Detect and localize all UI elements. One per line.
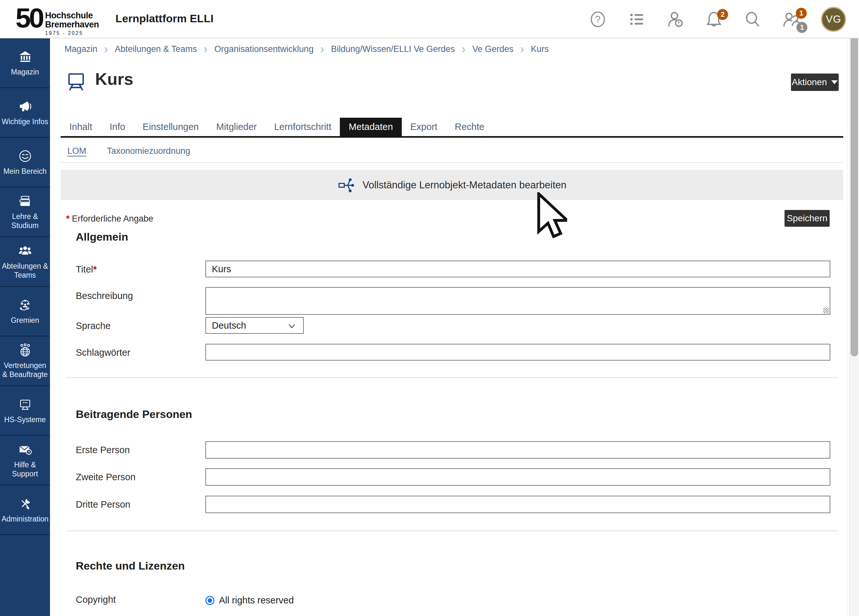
save-button[interactable]: Speichern [784,210,830,227]
list-menu-icon[interactable] [628,10,645,28]
user-status-icon[interactable] [666,10,684,28]
avatar[interactable]: VG [821,7,846,32]
breadcrumb-separator: › [204,42,207,56]
sidebar-item-label: Administration [2,514,49,524]
tab-metadaten[interactable]: Metadaten [340,118,401,136]
monitor-icon [18,397,33,412]
megaphone-icon [18,99,33,114]
sidebar-item-vertretungen[interactable]: Vertretungen & Beauftragte [0,336,50,386]
scrollbar-track[interactable] [849,0,859,616]
tab-info[interactable]: Info [101,118,134,136]
titel-label-text: Titel [76,264,93,274]
sidebar-item-wichtige-infos[interactable]: Wichtige Infos [0,88,50,138]
sidebar-item-label: Mein Bereich [3,167,47,176]
breadcrumb-item[interactable]: Magazin [64,44,97,54]
books-icon [18,194,33,209]
erste-person-label: Erste Person [76,445,130,455]
dritte-person-input[interactable] [205,496,830,513]
logo-50: 50 [16,4,42,31]
copyright-radio[interactable] [205,596,214,605]
section-heading-beitragende: Beitragende Personen [76,408,192,421]
search-icon[interactable] [743,10,762,28]
logo-line2: Bremerhaven [45,20,99,29]
tab-einstellungen[interactable]: Einstellungen [134,118,207,136]
help-circle-glyph: ? [589,11,606,28]
metadata-hub-icon [337,177,354,194]
sidebar-item-hilfe-support[interactable]: ? Hilfe & Support [0,436,50,485]
user-status-glyph [666,10,684,28]
tab-lernfortschritt[interactable]: Lernfortschritt [266,118,340,136]
tab-export[interactable]: Export [402,118,446,136]
notifications-badge: 2 [717,9,728,20]
copyright-radio-row: All rights reserved [205,595,294,606]
sidebar-item-label: Magazin [11,67,39,77]
titel-input[interactable] [205,261,830,277]
sidebar-item-abteilungen-teams[interactable]: Abteilungen & Teams [0,237,50,287]
beschreibung-textarea[interactable] [205,287,830,315]
divider [61,162,843,163]
beschreibung-label: Beschreibung [76,291,133,301]
sidebar-item-hs-systeme[interactable]: HS-Systeme [0,386,50,436]
globe-people-icon [18,343,33,358]
bullet-list-glyph [628,11,645,28]
sidebar-item-magazin[interactable]: Magazin [0,38,50,88]
breadcrumb-item[interactable]: Organisationsentwicklung [214,44,314,54]
logo-line1: Hochschule [45,11,99,20]
section-heading-allgemein: Allgemein [76,231,128,243]
erste-person-input[interactable] [205,441,830,459]
tab-bar: Inhalt Info Einstellungen Mitglieder Ler… [61,118,493,136]
breadcrumb-item[interactable]: Bildung/Wissen/ELLI Ve Gerdes [331,44,454,54]
required-star: * [66,214,70,224]
edit-full-metadata-banner[interactable]: Vollständige Lernobjekt-Metadaten bearbe… [61,170,843,200]
subtab-bar: LOM Taxonomiezuordnung [67,146,190,156]
tab-inhalt[interactable]: Inhalt [61,118,101,136]
bank-icon [18,49,33,64]
sidebar-item-mein-bereich[interactable]: Mein Bereich [0,138,50,188]
scrollbar-thumb[interactable] [851,21,858,356]
mail-question-icon: ? [18,442,33,457]
actions-button-label: Aktionen [792,77,827,88]
sidebar-item-label: Gremien [11,316,39,325]
sprache-select[interactable]: Deutsch [205,317,304,334]
content-edge-line [847,38,847,616]
sidebar-item-label: Hilfe & Support [1,460,49,478]
titel-required-star: * [93,264,97,274]
schlagwoerter-label: Schlagwörter [76,347,130,358]
actions-button[interactable]: Aktionen [791,73,839,91]
svg-text:?: ? [28,450,30,454]
titel-label: Titel* [76,264,97,275]
breadcrumb-item[interactable]: Kurs [531,44,549,54]
divider [66,530,839,531]
subtab-taxonomiezuordnung[interactable]: Taxonomiezuordnung [107,146,190,156]
breadcrumb-item[interactable]: Ve Gerdes [472,44,514,54]
sidebar-item-gremien[interactable]: Gremien [0,287,50,336]
notifications-bell-icon[interactable]: 2 [705,10,723,28]
logo-years: 1975 - 2025 [45,30,99,36]
breadcrumb-separator: › [520,42,524,56]
textarea-resize-handle[interactable] [823,308,829,313]
schlagwoerter-input[interactable] [205,344,830,361]
contacts-icon[interactable]: 1 1 [782,10,800,28]
breadcrumb-separator: › [462,42,465,56]
sidebar-item-lehre-studium[interactable]: Lehre & Studium [0,188,50,237]
breadcrumb-separator: › [320,42,324,56]
contacts-badge-secondary: 1 [797,22,807,33]
required-note-text: Erforderliche Angabe [72,214,153,224]
tab-mitglieder[interactable]: Mitglieder [207,118,266,136]
tab-rechte[interactable]: Rechte [446,118,493,136]
sidebar-item-administration[interactable]: Administration [0,485,50,535]
breadcrumb-item[interactable]: Abteilungen & Teams [115,44,197,54]
tab-underline [61,136,843,138]
dritte-person-label: Dritte Person [76,499,130,510]
svg-text:?: ? [595,14,601,25]
zweite-person-label: Zweite Person [76,472,136,483]
subtab-lom[interactable]: LOM [67,146,86,156]
tools-icon [18,496,33,511]
page-title: Kurs [95,69,133,89]
required-note: * Erforderliche Angabe [66,214,153,224]
people-icon [18,244,33,258]
help-icon[interactable]: ? [589,10,607,28]
committee-icon [18,298,33,313]
zweite-person-input[interactable] [205,468,830,486]
course-board-icon [66,70,86,92]
